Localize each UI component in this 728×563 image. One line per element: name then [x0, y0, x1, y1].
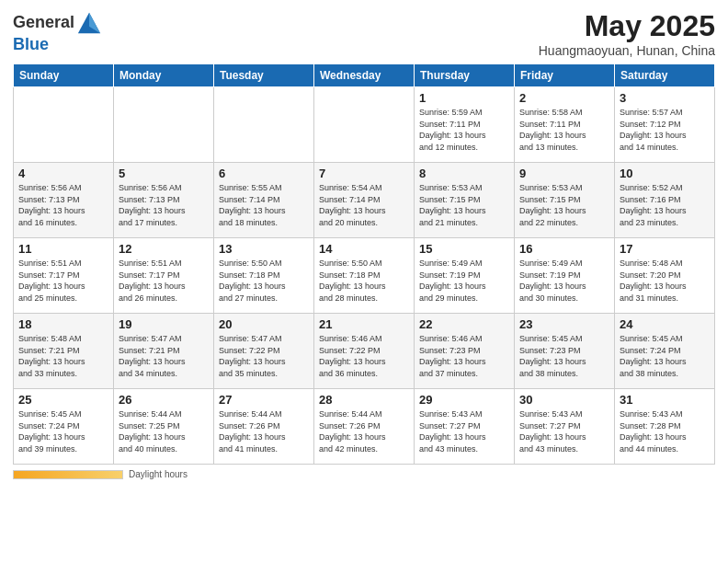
day-cell: 5Sunrise: 5:56 AM Sunset: 7:13 PM Daylig… — [114, 163, 214, 238]
day-cell: 26Sunrise: 5:44 AM Sunset: 7:25 PM Dayli… — [114, 389, 214, 465]
day-cell: 27Sunrise: 5:44 AM Sunset: 7:26 PM Dayli… — [214, 389, 314, 465]
header-cell-thursday: Thursday — [415, 64, 515, 87]
day-number: 16 — [519, 242, 609, 256]
day-number: 12 — [119, 242, 209, 256]
day-info: Sunrise: 5:50 AM Sunset: 7:18 PM Dayligh… — [319, 258, 409, 304]
day-cell — [114, 87, 214, 163]
day-info: Sunrise: 5:46 AM Sunset: 7:23 PM Dayligh… — [419, 333, 509, 379]
day-number: 2 — [519, 91, 609, 105]
day-info: Sunrise: 5:49 AM Sunset: 7:19 PM Dayligh… — [419, 258, 509, 304]
day-number: 7 — [319, 167, 409, 180]
header-cell-wednesday: Wednesday — [314, 64, 415, 87]
day-info: Sunrise: 5:47 AM Sunset: 7:21 PM Dayligh… — [119, 333, 209, 379]
day-cell: 20Sunrise: 5:47 AM Sunset: 7:22 PM Dayli… — [214, 314, 314, 389]
day-info: Sunrise: 5:48 AM Sunset: 7:21 PM Dayligh… — [18, 333, 108, 379]
calendar-body: 1Sunrise: 5:59 AM Sunset: 7:11 PM Daylig… — [14, 87, 715, 465]
day-number: 17 — [620, 242, 710, 256]
day-cell: 1Sunrise: 5:59 AM Sunset: 7:11 PM Daylig… — [415, 87, 515, 163]
day-cell: 10Sunrise: 5:52 AM Sunset: 7:16 PM Dayli… — [615, 163, 715, 238]
page: General Blue May 2025 Huangmaoyuan, Huna… — [0, 0, 728, 563]
week-row-4: 18Sunrise: 5:48 AM Sunset: 7:21 PM Dayli… — [14, 314, 715, 389]
day-info: Sunrise: 5:43 AM Sunset: 7:27 PM Dayligh… — [519, 408, 609, 454]
calendar-header: SundayMondayTuesdayWednesdayThursdayFrid… — [14, 64, 715, 87]
day-number: 21 — [319, 317, 409, 331]
daylight-bar-icon — [13, 470, 123, 479]
header-cell-tuesday: Tuesday — [214, 64, 314, 87]
day-number: 3 — [620, 91, 710, 105]
day-number: 11 — [18, 242, 108, 256]
day-cell: 3Sunrise: 5:57 AM Sunset: 7:12 PM Daylig… — [615, 87, 715, 163]
day-cell: 31Sunrise: 5:43 AM Sunset: 7:28 PM Dayli… — [615, 389, 715, 465]
day-info: Sunrise: 5:43 AM Sunset: 7:28 PM Dayligh… — [620, 408, 710, 454]
day-cell: 24Sunrise: 5:45 AM Sunset: 7:24 PM Dayli… — [615, 314, 715, 389]
calendar: SundayMondayTuesdayWednesdayThursdayFrid… — [13, 63, 715, 465]
day-cell — [14, 87, 114, 163]
day-number: 23 — [519, 317, 609, 331]
day-cell — [214, 87, 314, 163]
day-number: 20 — [219, 317, 309, 331]
daylight-label: Daylight hours — [129, 469, 188, 479]
day-cell: 13Sunrise: 5:50 AM Sunset: 7:18 PM Dayli… — [214, 238, 314, 314]
day-cell: 30Sunrise: 5:43 AM Sunset: 7:27 PM Dayli… — [515, 389, 615, 465]
week-row-5: 25Sunrise: 5:45 AM Sunset: 7:24 PM Dayli… — [14, 389, 715, 465]
subtitle: Huangmaoyuan, Hunan, China — [539, 43, 715, 58]
footer-row: Daylight hours — [13, 469, 715, 479]
header-cell-sunday: Sunday — [14, 64, 114, 87]
day-info: Sunrise: 5:49 AM Sunset: 7:19 PM Dayligh… — [519, 258, 609, 304]
day-info: Sunrise: 5:58 AM Sunset: 7:11 PM Dayligh… — [519, 107, 609, 153]
day-cell: 7Sunrise: 5:54 AM Sunset: 7:14 PM Daylig… — [314, 163, 415, 238]
day-cell: 28Sunrise: 5:44 AM Sunset: 7:26 PM Dayli… — [314, 389, 415, 465]
day-info: Sunrise: 5:51 AM Sunset: 7:17 PM Dayligh… — [18, 258, 108, 304]
day-cell: 16Sunrise: 5:49 AM Sunset: 7:19 PM Dayli… — [515, 238, 615, 314]
day-number: 5 — [119, 167, 209, 180]
day-number: 22 — [419, 317, 509, 331]
day-number: 18 — [18, 317, 108, 331]
day-number: 27 — [219, 393, 309, 407]
day-number: 15 — [419, 242, 509, 256]
day-number: 29 — [419, 393, 509, 407]
day-info: Sunrise: 5:44 AM Sunset: 7:26 PM Dayligh… — [319, 408, 409, 454]
day-number: 10 — [620, 167, 710, 180]
day-number: 13 — [219, 242, 309, 256]
day-info: Sunrise: 5:46 AM Sunset: 7:22 PM Dayligh… — [319, 333, 409, 379]
day-cell: 23Sunrise: 5:45 AM Sunset: 7:23 PM Dayli… — [515, 314, 615, 389]
logo-general-text: General — [13, 13, 74, 32]
day-number: 30 — [519, 393, 609, 407]
day-cell: 17Sunrise: 5:48 AM Sunset: 7:20 PM Dayli… — [615, 238, 715, 314]
logo: General Blue — [13, 9, 102, 54]
day-info: Sunrise: 5:52 AM Sunset: 7:16 PM Dayligh… — [620, 182, 710, 228]
day-cell: 4Sunrise: 5:56 AM Sunset: 7:13 PM Daylig… — [14, 163, 114, 238]
day-number: 8 — [419, 167, 509, 180]
day-cell: 19Sunrise: 5:47 AM Sunset: 7:21 PM Dayli… — [114, 314, 214, 389]
day-cell: 8Sunrise: 5:53 AM Sunset: 7:15 PM Daylig… — [415, 163, 515, 238]
day-number: 6 — [219, 167, 309, 180]
logo-icon — [76, 9, 102, 35]
day-cell: 12Sunrise: 5:51 AM Sunset: 7:17 PM Dayli… — [114, 238, 214, 314]
day-cell: 22Sunrise: 5:46 AM Sunset: 7:23 PM Dayli… — [415, 314, 515, 389]
day-cell: 14Sunrise: 5:50 AM Sunset: 7:18 PM Dayli… — [314, 238, 415, 314]
day-info: Sunrise: 5:45 AM Sunset: 7:24 PM Dayligh… — [620, 333, 710, 379]
day-info: Sunrise: 5:51 AM Sunset: 7:17 PM Dayligh… — [119, 258, 209, 304]
day-number: 24 — [620, 317, 710, 331]
week-row-2: 4Sunrise: 5:56 AM Sunset: 7:13 PM Daylig… — [14, 163, 715, 238]
day-cell: 25Sunrise: 5:45 AM Sunset: 7:24 PM Dayli… — [14, 389, 114, 465]
day-cell: 9Sunrise: 5:53 AM Sunset: 7:15 PM Daylig… — [515, 163, 615, 238]
day-info: Sunrise: 5:43 AM Sunset: 7:27 PM Dayligh… — [419, 408, 509, 454]
logo-blue-text: Blue — [13, 35, 49, 53]
day-number: 31 — [620, 393, 710, 407]
day-cell: 6Sunrise: 5:55 AM Sunset: 7:14 PM Daylig… — [214, 163, 314, 238]
day-number: 28 — [319, 393, 409, 407]
day-info: Sunrise: 5:54 AM Sunset: 7:14 PM Dayligh… — [319, 182, 409, 228]
day-info: Sunrise: 5:50 AM Sunset: 7:18 PM Dayligh… — [219, 258, 309, 304]
header-row: SundayMondayTuesdayWednesdayThursdayFrid… — [14, 64, 715, 87]
day-info: Sunrise: 5:48 AM Sunset: 7:20 PM Dayligh… — [620, 258, 710, 304]
day-number: 26 — [119, 393, 209, 407]
header-cell-monday: Monday — [114, 64, 214, 87]
day-cell: 21Sunrise: 5:46 AM Sunset: 7:22 PM Dayli… — [314, 314, 415, 389]
day-number: 14 — [319, 242, 409, 256]
day-info: Sunrise: 5:45 AM Sunset: 7:23 PM Dayligh… — [519, 333, 609, 379]
day-number: 9 — [519, 167, 609, 180]
week-row-3: 11Sunrise: 5:51 AM Sunset: 7:17 PM Dayli… — [14, 238, 715, 314]
header-cell-saturday: Saturday — [615, 64, 715, 87]
day-info: Sunrise: 5:53 AM Sunset: 7:15 PM Dayligh… — [419, 182, 509, 228]
